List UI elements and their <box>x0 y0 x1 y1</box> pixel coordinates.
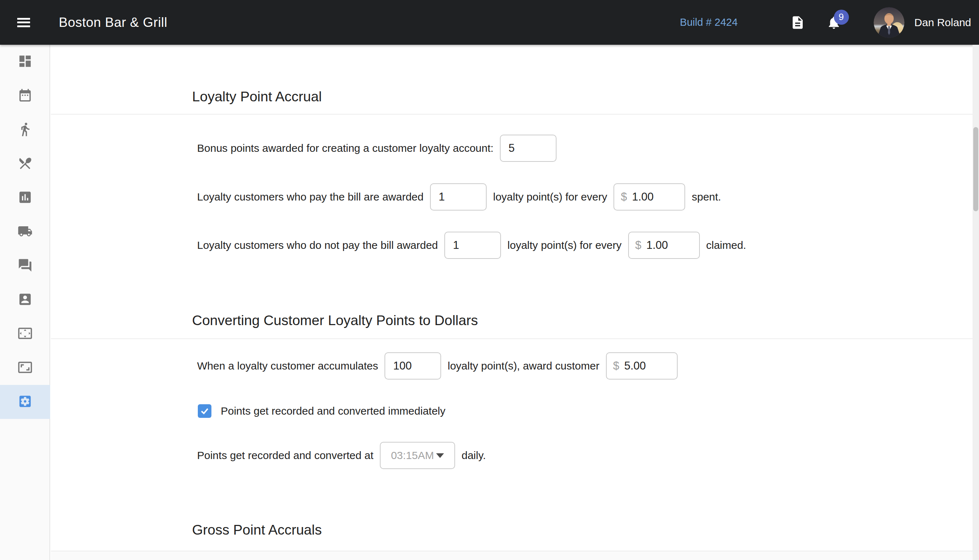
screen-overscan-icon <box>18 326 33 342</box>
sidebar-item-calendar[interactable] <box>0 79 50 113</box>
bonus-points-input[interactable] <box>500 135 556 162</box>
dollar-sign: $ <box>621 190 627 203</box>
pay-bill-points-input[interactable] <box>430 183 487 210</box>
dollar-sign: $ <box>635 239 642 252</box>
document-icon[interactable] <box>790 15 805 30</box>
accumulate-label-mid: loyalty point(s), award customer <box>448 360 600 372</box>
conversion-time-row: Points get recorded and converted at 03:… <box>197 442 486 469</box>
conversion-time-dropdown[interactable]: 03:15AM <box>380 442 455 469</box>
sidebar <box>0 45 50 560</box>
pay-bill-label-post: spent. <box>692 191 721 203</box>
scrollbar-thumb[interactable] <box>973 127 978 211</box>
sidebar-item-messages[interactable] <box>0 249 50 283</box>
award-amount-input[interactable] <box>624 360 667 372</box>
menu-icon[interactable] <box>17 18 30 27</box>
user-name[interactable]: Dan Roland <box>914 17 971 28</box>
restaurant-icon <box>18 156 33 172</box>
no-pay-bill-label-pre: Loyalty customers who do not pay the bil… <box>197 239 438 252</box>
accumulate-points-row: When a loyalty customer accumulates loya… <box>197 352 678 380</box>
sidebar-item-delivery[interactable] <box>0 215 50 249</box>
settings-content: Loyalty Point Accrual Bonus points award… <box>51 45 972 560</box>
pay-bill-label-mid: loyalty point(s) for every <box>493 191 607 203</box>
build-number-link[interactable]: Build # 2424 <box>680 17 737 28</box>
conversion-time-label-post: daily. <box>461 449 486 462</box>
walking-person-icon <box>18 122 33 138</box>
sidebar-item-menu[interactable] <box>0 147 50 181</box>
sidebar-item-customers[interactable] <box>0 283 50 317</box>
pay-bill-amount-input[interactable] <box>632 190 675 203</box>
award-amount-box: $ <box>606 352 678 380</box>
chevron-down-icon <box>436 453 444 458</box>
app-bar: Boston Bar & Grill Build # 2424 9 <box>0 0 979 45</box>
divider <box>51 114 972 115</box>
no-pay-bill-label-mid: loyalty point(s) for every <box>508 239 621 252</box>
delivery-truck-icon <box>18 224 33 240</box>
contact-card-icon <box>18 292 33 308</box>
calendar-icon <box>18 88 33 104</box>
conversion-time-label-pre: Points get recorded and converted at <box>197 449 373 462</box>
accumulate-points-input[interactable] <box>384 352 441 380</box>
sidebar-item-screen-ratio[interactable] <box>0 351 50 385</box>
sidebar-item-reports[interactable] <box>0 181 50 215</box>
section-heading-gross-point-accruals: Gross Point Accruals <box>192 520 322 540</box>
convert-immediately-row: Points get recorded and converted immedi… <box>198 404 445 418</box>
convert-immediately-checkbox[interactable] <box>198 404 211 418</box>
no-pay-bill-points-input[interactable] <box>444 232 501 259</box>
section-heading-loyalty-point-accrual: Loyalty Point Accrual <box>192 87 322 106</box>
chat-icon <box>18 258 33 274</box>
conversion-time-value: 03:15AM <box>391 449 434 462</box>
no-pay-bill-amount-box: $ <box>628 232 700 259</box>
no-pay-bill-label-post: claimed. <box>706 239 747 252</box>
sidebar-item-dashboard[interactable] <box>0 45 50 79</box>
vertical-scrollbar[interactable] <box>972 45 979 560</box>
convert-immediately-label: Points get recorded and converted immedi… <box>221 405 445 417</box>
sidebar-item-walkins[interactable] <box>0 113 50 147</box>
next-section-area <box>51 552 972 560</box>
bonus-points-row: Bonus points awarded for creating a cust… <box>197 134 556 162</box>
divider <box>51 338 972 339</box>
accumulate-label-pre: When a loyalty customer accumulates <box>197 360 378 372</box>
dashboard-icon <box>18 54 33 70</box>
pay-bill-amount-box: $ <box>613 183 685 210</box>
no-pay-bill-amount-input[interactable] <box>647 239 690 252</box>
section-heading-converting-points: Converting Customer Loyalty Points to Do… <box>192 311 478 330</box>
sidebar-item-settings[interactable] <box>0 385 50 419</box>
sidebar-item-display-layout[interactable] <box>0 317 50 351</box>
settings-icon <box>18 394 33 410</box>
notifications-button[interactable]: 9 <box>826 15 842 30</box>
aspect-ratio-icon <box>18 360 33 376</box>
dollar-sign: $ <box>613 360 619 372</box>
user-avatar[interactable] <box>874 7 904 38</box>
notification-badge: 9 <box>834 10 849 25</box>
bar-chart-icon <box>18 190 33 206</box>
app-title: Boston Bar & Grill <box>59 15 167 30</box>
pay-bill-points-row: Loyalty customers who pay the bill are a… <box>197 183 721 211</box>
bonus-points-label: Bonus points awarded for creating a cust… <box>197 142 493 154</box>
no-pay-bill-points-row: Loyalty customers who do not pay the bil… <box>197 231 746 259</box>
pay-bill-label-pre: Loyalty customers who pay the bill are a… <box>197 191 424 203</box>
